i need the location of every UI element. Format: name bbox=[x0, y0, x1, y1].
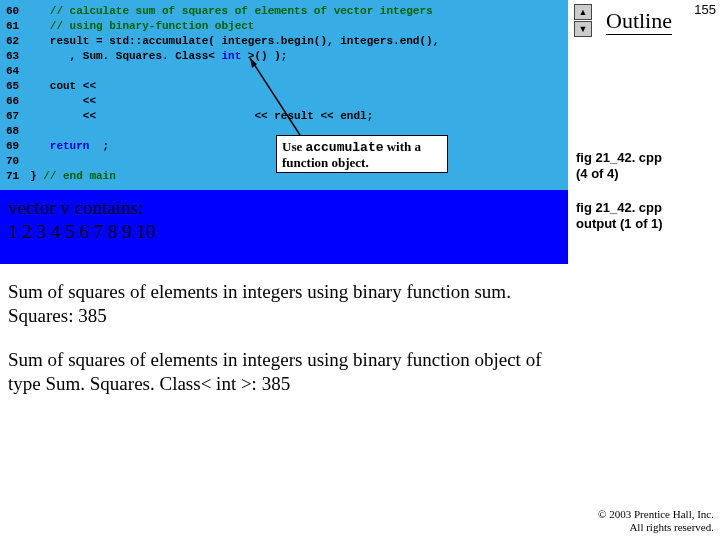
line-number: 62 bbox=[2, 34, 28, 49]
code-body: // calculate sum of squares of elements … bbox=[30, 0, 568, 190]
line-number: 66 bbox=[2, 94, 28, 109]
code-line: << bbox=[30, 94, 568, 109]
outline-heading: Outline bbox=[606, 8, 672, 35]
slide-number: 155 bbox=[694, 2, 716, 17]
nav-up-button[interactable]: ▲ bbox=[574, 4, 592, 20]
output-block-3: Sum of squares of elements in integers u… bbox=[0, 342, 560, 402]
figure-ref-2: fig 21_42. cpp output (1 of 1) bbox=[576, 200, 663, 232]
code-line bbox=[30, 64, 568, 79]
code-line: result = std::accumulate( integers.begin… bbox=[30, 34, 568, 49]
nav-down-button[interactable]: ▼ bbox=[574, 21, 592, 37]
line-number: 68 bbox=[2, 124, 28, 139]
line-number-gutter: 60 61 62 63 64 65 66 67 68 69 70 71 bbox=[0, 0, 30, 190]
line-number: 65 bbox=[2, 79, 28, 94]
line-number: 69 bbox=[2, 139, 28, 154]
code-line: // using binary-function object bbox=[30, 19, 568, 34]
callout-box: Use accumulate with a function object. bbox=[276, 135, 448, 173]
line-number: 67 bbox=[2, 109, 28, 124]
line-number: 63 bbox=[2, 49, 28, 64]
code-line: // calculate sum of squares of elements … bbox=[30, 4, 568, 19]
code-line: cout << bbox=[30, 79, 568, 94]
figure-ref-1: fig 21_42. cpp (4 of 4) bbox=[576, 150, 662, 182]
copyright: © 2003 Prentice Hall, Inc. All rights re… bbox=[598, 508, 714, 534]
line-number: 64 bbox=[2, 64, 28, 79]
sidebar: 155 ▲ ▼ Outline fig 21_42. cpp (4 of 4) … bbox=[568, 0, 720, 540]
code-panel: 60 61 62 63 64 65 66 67 68 69 70 71 // c… bbox=[0, 0, 568, 190]
line-number: 71 bbox=[2, 169, 28, 184]
output-block-1: vector v contains: 1 2 3 4 5 6 7 8 9 10 bbox=[0, 190, 568, 264]
output-line: vector v contains: bbox=[8, 196, 560, 220]
code-line: << << result << endl; bbox=[30, 109, 568, 124]
line-number: 60 bbox=[2, 4, 28, 19]
output-line: 1 2 3 4 5 6 7 8 9 10 bbox=[8, 220, 560, 244]
code-line: , Sum. Squares. Class< int >() ); bbox=[30, 49, 568, 64]
line-number: 61 bbox=[2, 19, 28, 34]
output-block-2: Sum of squares of elements in integers u… bbox=[0, 274, 568, 334]
nav-buttons: ▲ ▼ bbox=[574, 4, 594, 38]
line-number: 70 bbox=[2, 154, 28, 169]
